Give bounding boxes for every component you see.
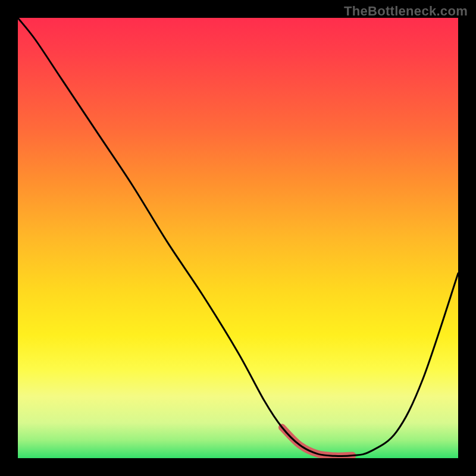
chart-frame: TheBottleneck.com bbox=[0, 0, 476, 476]
bottleneck-curve-path bbox=[18, 18, 458, 456]
optimal-range-highlight bbox=[282, 427, 352, 456]
plot-area bbox=[18, 18, 458, 458]
watermark-text: TheBottleneck.com bbox=[344, 4, 468, 19]
bottleneck-curve-svg bbox=[18, 18, 458, 458]
